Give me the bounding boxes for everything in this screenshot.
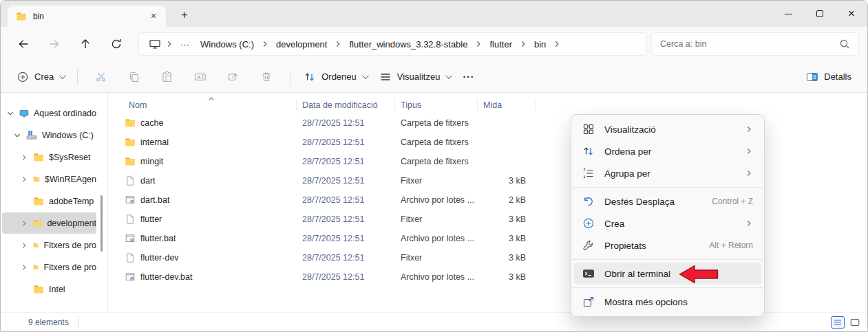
cut-button[interactable] — [85, 65, 118, 89]
menu-item-show-more-options[interactable]: Mostra més opcions — [574, 291, 761, 313]
tab-bin[interactable]: bin × — [8, 5, 166, 27]
chevron-right-icon[interactable] — [20, 241, 28, 250]
group-icon — [582, 167, 595, 179]
sidebar-item-intel[interactable]: Intel — [2, 278, 96, 300]
column-header-type[interactable]: Tipus — [395, 99, 478, 111]
file-date: 28/7/2025 12:51 — [297, 272, 395, 282]
details-pane-button[interactable]: Detalls — [800, 65, 858, 89]
menu-shortcut: Alt + Retorn — [709, 241, 753, 250]
chevron-right-icon — [745, 219, 753, 228]
tab-close-icon[interactable]: × — [147, 10, 160, 23]
navigation-bar: ··· Windows (C:) development flutter_win… — [1, 27, 867, 61]
up-button[interactable] — [70, 32, 100, 56]
close-button[interactable]: × — [836, 1, 867, 27]
copy-button[interactable] — [118, 65, 151, 89]
menu-item-label: Propietats — [604, 241, 646, 251]
menu-item-label: Agrupa per — [604, 168, 650, 179]
this-pc-icon[interactable] — [146, 38, 164, 50]
status-divider — [78, 318, 79, 327]
sidebar-item-adobetemp[interactable]: adobeTemp — [2, 190, 96, 212]
sidebar-item-program-files-2[interactable]: Fitxers de pro — [2, 256, 96, 278]
file-size: 3 kB — [478, 214, 536, 224]
menu-item-undo[interactable]: Desfés Desplaça Control + Z — [574, 190, 761, 212]
breadcrumb-item[interactable]: flutter — [484, 36, 518, 52]
sidebar-item-label: Fitxers de pro — [44, 241, 96, 250]
up-icon — [79, 38, 92, 50]
sidebar-item-sysreset[interactable]: $SysReset — [2, 146, 96, 168]
column-header-date[interactable]: Data de modificació — [297, 99, 395, 111]
breadcrumb-overflow[interactable]: ··· — [175, 36, 195, 52]
column-headers: Nom Data de modificació Tipus Mida — [108, 97, 867, 113]
menu-shortcut: Control + Z — [712, 197, 753, 206]
search-box — [651, 32, 859, 56]
menu-item-open-in-terminal[interactable]: Obrir al terminal — [574, 263, 761, 285]
breadcrumb-item[interactable]: bin — [529, 36, 551, 52]
file-name: cache — [140, 118, 163, 128]
title-bar: bin × + × — [1, 1, 867, 27]
icons-view-toggle[interactable] — [848, 316, 862, 329]
chevron-right-icon[interactable] — [20, 175, 28, 184]
menu-item-new[interactable]: Crea — [574, 212, 761, 234]
sidebar-item-program-files[interactable]: Fitxers de pro — [2, 234, 96, 256]
sidebar-scrollbar[interactable] — [100, 195, 103, 252]
sidebar-item-development[interactable]: development — [2, 212, 96, 234]
column-header-size[interactable]: Mida — [478, 99, 536, 111]
details-view-toggle[interactable] — [831, 316, 845, 329]
sidebar-item-this-pc[interactable]: Aquest ordinado — [2, 102, 96, 124]
menu-item-label: Mostra més opcions — [604, 297, 688, 307]
folder-icon — [33, 262, 39, 273]
sidebar-item-winreagent[interactable]: $WinREAgen — [2, 168, 96, 190]
menu-item-group-by[interactable]: Agrupa per — [574, 162, 761, 184]
file-date: 28/7/2025 12:51 — [297, 176, 395, 186]
file-icon — [125, 175, 136, 186]
menu-item-sort-by[interactable]: Ordena per — [574, 140, 761, 162]
batch-file-icon — [125, 233, 136, 244]
view-toggles — [831, 316, 862, 329]
large-icons-icon — [849, 317, 860, 328]
menu-item-label: Visualització — [604, 124, 656, 135]
chevron-down-icon[interactable] — [13, 131, 21, 140]
chevron-right-icon[interactable] — [20, 219, 28, 228]
cut-icon — [95, 71, 107, 83]
minimize-button[interactable] — [772, 1, 804, 27]
menu-item-properties[interactable]: Propietats Alt + Retorn — [574, 234, 761, 256]
paste-button[interactable] — [151, 65, 184, 89]
sort-button[interactable]: Ordeneu — [297, 65, 373, 89]
maximize-button[interactable] — [804, 1, 836, 27]
file-size: 3 kB — [478, 253, 536, 263]
chevron-right-icon — [260, 40, 271, 48]
rename-button[interactable] — [184, 65, 217, 89]
chevron-down-icon[interactable] — [6, 109, 14, 118]
column-header-name[interactable]: Nom — [108, 99, 297, 111]
refresh-button[interactable] — [100, 32, 131, 56]
delete-button[interactable] — [250, 65, 283, 89]
view-button[interactable]: Visualitzeu — [373, 65, 457, 89]
chevron-right-icon — [745, 169, 753, 177]
command-toolbar: Crea Ordeneu Visualitzeu ··· Detalls — [1, 61, 867, 93]
menu-item-label: Ordena per — [604, 146, 651, 157]
new-tab-button[interactable]: + — [176, 7, 193, 23]
sort-ascending-icon — [207, 95, 215, 103]
folder-icon — [33, 152, 44, 163]
sort-button-label: Ordeneu — [321, 71, 357, 82]
external-icon — [582, 296, 595, 308]
sidebar-item-windows-c[interactable]: Windows (C:) — [2, 124, 96, 146]
new-button[interactable]: Crea — [10, 65, 70, 89]
trash-icon — [260, 71, 273, 83]
breadcrumb-item[interactable]: Windows (C:) — [195, 36, 260, 52]
view-button-label: Visualitzeu — [397, 71, 441, 82]
forward-button[interactable] — [39, 32, 70, 56]
paste-icon — [161, 71, 173, 83]
chevron-right-icon[interactable] — [20, 263, 28, 272]
search-input[interactable] — [660, 39, 839, 49]
menu-item-label: Obrir al terminal — [604, 269, 670, 279]
menu-item-view[interactable]: Visualització — [574, 118, 761, 140]
file-date: 28/7/2025 12:51 — [297, 118, 395, 128]
breadcrumb-item[interactable]: development — [271, 36, 332, 52]
breadcrumb-item[interactable]: flutter_windows_3.32.8-stable — [343, 36, 473, 52]
back-button[interactable] — [8, 32, 39, 56]
more-options-button[interactable]: ··· — [456, 65, 480, 89]
file-icon — [125, 214, 136, 225]
share-button[interactable] — [217, 65, 250, 89]
chevron-right-icon[interactable] — [20, 153, 28, 162]
